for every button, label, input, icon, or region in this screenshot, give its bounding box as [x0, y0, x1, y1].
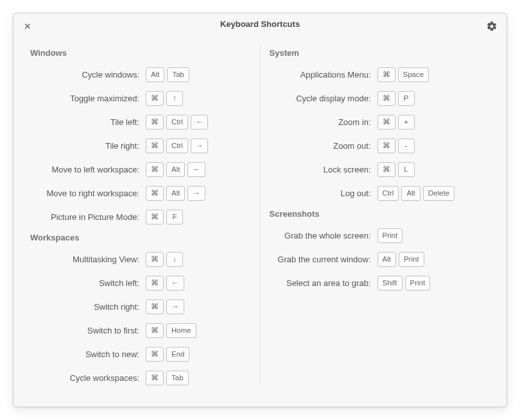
shortcut-keys: ⌘L [377, 162, 415, 177]
system-row-3: Zoom out:⌘- [270, 138, 490, 154]
keycap: Alt [401, 186, 420, 201]
section-system-heading: System [270, 48, 490, 58]
close-icon[interactable]: ✕ [22, 21, 33, 31]
keycap: ← [191, 115, 209, 130]
window-title: Keyboard Shortcuts [220, 19, 300, 29]
windows-row-4: Move to left workspace:⌘Alt← [30, 162, 251, 178]
shortcut-keys: ⌘Tab [146, 371, 189, 385]
system-row-4: Lock screen:⌘L [270, 162, 490, 178]
keycap: ⌘ [146, 162, 164, 177]
keycap: ⌘ [146, 252, 164, 267]
keycap: ⌘ [146, 299, 164, 314]
shortcut-keys: ⌘+ [377, 115, 415, 130]
keycap: ⌘ [146, 115, 164, 130]
shortcut-keys: ⌘Alt← [146, 162, 205, 177]
shortcut-label: Multitasking View: [30, 255, 146, 264]
workspaces-row-2: Switch right:⌘→ [30, 299, 251, 315]
keycap: Tab [167, 67, 189, 82]
shortcut-label: Log out: [270, 189, 377, 198]
keycap: Delete [423, 186, 455, 201]
keycap: ⌘ [146, 323, 164, 338]
shortcut-keys: ShiftPrint [377, 276, 431, 290]
keycap: ⌘ [146, 347, 164, 362]
shortcut-label: Picture in Picture Mode: [30, 212, 146, 222]
shortcut-label: Cycle workspaces: [30, 373, 146, 383]
keycap: Home [166, 323, 196, 338]
screenshots-row-2: Select an area to grab:ShiftPrint [270, 275, 490, 291]
shortcuts-window: ✕ Keyboard Shortcuts Windows Cycle windo… [13, 13, 507, 407]
keycap: ⌘ [146, 139, 164, 153]
shortcut-keys: AltPrint [377, 252, 424, 267]
shortcut-label: Tile right: [30, 141, 146, 151]
system-row-1: Cycle display mode:⌘P [270, 90, 490, 106]
shortcut-label: Grab the current window: [270, 255, 377, 264]
keycap: ← [166, 276, 184, 290]
shortcut-label: Applications Menu: [270, 70, 377, 80]
shortcut-keys: Print [377, 228, 403, 243]
keycap: ⌘ [377, 67, 395, 82]
section-screenshots: Grab the whole screen:PrintGrab the curr… [270, 228, 490, 291]
keycap: ⌘ [146, 371, 164, 385]
shortcut-label: Cycle windows: [30, 70, 146, 80]
shortcut-keys: ⌘↑ [146, 91, 183, 106]
system-row-5: Log out:CtrlAltDelete [270, 185, 490, 201]
keycap: Print [377, 228, 403, 243]
windows-row-2: Tile left:⌘Ctrl← [30, 114, 251, 130]
shortcut-keys: ⌘- [377, 139, 415, 153]
keycap: Print [399, 252, 424, 267]
keycap: Alt [377, 252, 396, 267]
shortcut-label: Grab the whole screen: [270, 231, 377, 240]
screenshots-row-1: Grab the current window:AltPrint [270, 251, 490, 267]
shortcut-keys: ⌘F [146, 210, 183, 224]
keycap: ⌘ [146, 186, 164, 201]
shortcut-keys: ⌘Home [146, 323, 196, 338]
keycap: Space [398, 67, 429, 82]
shortcut-label: Zoom out: [270, 141, 377, 151]
keycap: Print [405, 276, 431, 290]
keycap: → [187, 186, 205, 201]
keycap: Alt [146, 67, 164, 82]
keycap: ⌘ [377, 139, 395, 153]
keycap: Tab [166, 371, 189, 385]
shortcut-keys: ⌘P [377, 91, 415, 106]
keycap: F [166, 210, 183, 224]
shortcut-keys: ⌘← [146, 276, 184, 290]
shortcut-keys: ⌘Ctrl→ [146, 139, 208, 153]
shortcut-keys: ⌘Ctrl← [146, 115, 208, 130]
content: Windows Cycle windows:AltTabToggle maxim… [13, 34, 507, 407]
shortcut-label: Lock screen: [270, 165, 377, 174]
shortcut-keys: CtrlAltDelete [377, 186, 455, 201]
keycap: ⌘ [146, 276, 164, 290]
shortcut-label: Switch to first: [30, 326, 146, 335]
section-system: Applications Menu:⌘SpaceCycle display mo… [270, 67, 490, 201]
keycap: ⌘ [146, 91, 164, 106]
keycap: ← [187, 162, 205, 177]
workspaces-row-1: Switch left:⌘← [30, 275, 251, 291]
keycap: Ctrl [166, 139, 188, 153]
keycap: → [166, 299, 184, 314]
keycap: ⌘ [146, 210, 164, 224]
workspaces-row-0: Multitasking View:⌘↓ [30, 251, 251, 267]
shortcut-label: Toggle maximized: [30, 94, 146, 103]
gear-icon[interactable] [486, 21, 498, 32]
keycap: - [398, 139, 415, 153]
shortcut-keys: ⌘→ [146, 299, 184, 314]
windows-row-0: Cycle windows:AltTab [30, 67, 251, 83]
windows-row-3: Tile right:⌘Ctrl→ [30, 138, 251, 154]
keycap: Ctrl [377, 186, 399, 201]
keycap: Shift [377, 276, 403, 290]
windows-row-5: Move to right workspace:⌘Alt→ [30, 185, 251, 201]
keycap: ↓ [166, 252, 183, 267]
section-workspaces-heading: Workspaces [30, 233, 251, 242]
keycap: ⌘ [377, 91, 395, 106]
section-windows-heading: Windows [30, 48, 251, 58]
shortcut-label: Switch left: [30, 278, 146, 288]
shortcut-label: Move to right workspace: [30, 189, 146, 198]
keycap: Alt [166, 186, 185, 201]
window-header: ✕ Keyboard Shortcuts [13, 13, 507, 34]
section-workspaces: Multitasking View:⌘↓Switch left:⌘←Switch… [30, 251, 251, 386]
system-row-2: Zoom in:⌘+ [270, 114, 490, 130]
shortcut-label: Zoom in: [270, 117, 377, 127]
section-windows: Cycle windows:AltTabToggle maximized:⌘↑T… [30, 67, 251, 225]
shortcut-label: Switch to new: [30, 349, 146, 359]
